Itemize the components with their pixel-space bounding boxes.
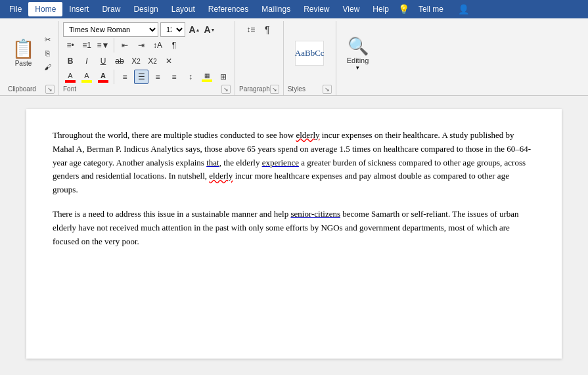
highlight-bar [81,80,92,83]
menu-references[interactable]: References [202,2,255,16]
editing-dropdown-icon: ▾ [356,64,359,71]
font-row-color: A A A ≡ ☰ ≡ ≡ ↕ [63,70,231,84]
ribbon-container: File Home Insert Draw Design Layout Refe… [0,0,588,96]
align-center-button[interactable]: ☰ [134,70,148,84]
word-elderly-1: elderly [296,130,319,140]
font-color-icon: A [101,72,106,79]
show-hide-button[interactable]: ¶ [167,38,181,53]
divider [114,38,114,53]
editing-btn-label: Editing [347,56,369,64]
underline-button[interactable]: U [96,54,110,68]
menu-bar: File Home Insert Draw Design Layout Refe… [0,0,588,18]
italic-button[interactable]: I [79,54,94,68]
lightbulb-icon: 💡 [398,4,409,14]
menu-design[interactable]: Design [127,2,164,16]
text-effects-icon: A [68,72,72,79]
align-right-button[interactable]: ≡ [150,70,165,84]
align-left-button[interactable]: ≡ [118,70,132,84]
cut-button[interactable]: ✂ [40,33,55,46]
word-senior-citizens: senior-citizens [290,209,340,219]
para-content: ↕≡ ¶ [244,22,275,84]
paragraph-2: There is a need to address this issue in… [53,208,535,248]
copy-button[interactable]: ⎘ [40,47,55,60]
paste-label: Paste [15,60,32,67]
styles-icon: AaBbCc [295,41,324,66]
paragraph-group: ↕≡ ¶ Paragraph ↘ [235,21,284,95]
menu-tellme[interactable]: Tell me [412,2,450,16]
sort-button[interactable]: ↕A [150,38,165,53]
font-group: Times New Roman 12 A▲ A▼ ≡• ≡1 ≡▼ [59,21,235,95]
word-experience: experience [262,158,299,167]
editing-button[interactable]: 🔍 Editing ▾ [340,32,376,75]
subscript-button[interactable]: X2 [129,54,143,68]
font-row-format: B I U ab X2 X2 ✕ [63,54,176,68]
para-marks-button[interactable]: ¶ [260,22,275,37]
line-spacing-button[interactable]: ↕ [183,70,198,84]
clipboard-expander[interactable]: ↘ [45,85,55,94]
font-bottom: Font ↘ [63,84,231,94]
user-icon[interactable]: 👤 [458,4,469,14]
borders-button[interactable]: ⊞ [216,70,231,84]
para-label: Paragraph [239,84,270,94]
editing-bottom [340,84,376,94]
font-name-select[interactable]: Times New Roman [63,22,158,37]
clipboard-bottom: Clipboard ↘ [8,84,55,94]
paste-icon: 📋 [12,40,35,58]
styles-content: AaBbCc [290,22,329,84]
clear-format-button[interactable]: ✕ [162,54,176,68]
menu-view[interactable]: View [336,2,367,16]
font-color-button[interactable]: A [96,70,110,84]
menu-review[interactable]: Review [297,2,336,16]
styles-group: AaBbCc Styles ↘ [284,21,336,95]
font-row-1: Times New Roman 12 A▲ A▼ [63,22,217,37]
clipboard-content: 📋 Paste ✂ ⎘ 🖌 [8,22,55,84]
styles-expander[interactable]: ↘ [323,85,332,94]
format-painter-button[interactable]: 🖌 [40,60,55,74]
menu-mailings[interactable]: Mailings [255,2,297,16]
menu-draw[interactable]: Draw [95,2,127,16]
document-page: Throughout the world, there are multiple… [26,109,562,359]
highlight-button[interactable]: A [79,70,94,84]
font-content: Times New Roman 12 A▲ A▼ ≡• ≡1 ≡▼ [63,22,231,84]
superscript-button[interactable]: X2 [145,54,160,68]
highlight-icon: A [84,72,89,79]
font-size-select[interactable]: 12 [160,22,185,37]
menu-insert[interactable]: Insert [62,2,95,16]
font-size-controls: A▲ A▼ [187,22,217,37]
decrease-indent-button[interactable]: ⇤ [118,38,132,53]
shading-button[interactable]: ▦ [200,70,214,84]
styles-button[interactable]: AaBbCc [290,37,329,70]
editing-content: 🔍 Editing ▾ [340,22,376,84]
shading-bar [202,79,212,82]
styles-bottom: Styles ↘ [288,84,332,94]
menu-file[interactable]: File [3,2,28,16]
multilevel-button[interactable]: ≡▼ [96,38,110,53]
divider2 [114,70,114,84]
para-spacing-button[interactable]: ↕≡ [244,22,258,37]
editing-label [340,84,342,94]
document-area: Throughout the world, there are multiple… [0,96,588,369]
clipboard-label: Clipboard [8,84,36,94]
text-color-bar [65,80,76,83]
numbering-button[interactable]: ≡1 [79,38,94,53]
grow-font-button[interactable]: A▲ [187,22,202,37]
strikethrough-button[interactable]: ab [112,54,127,68]
clipboard-group: 📋 Paste ✂ ⎘ 🖌 Clipboard ↘ [4,21,59,95]
increase-indent-button[interactable]: ⇥ [134,38,148,53]
shrink-font-button[interactable]: A▼ [202,22,217,37]
ribbon-toolbar: 📋 Paste ✂ ⎘ 🖌 Clipboard ↘ Time [0,18,588,96]
menu-home[interactable]: Home [28,2,62,16]
font-expander[interactable]: ↘ [221,85,231,94]
justify-button[interactable]: ≡ [167,70,181,84]
para-expander[interactable]: ↘ [270,85,279,94]
clipboard-sub-buttons: ✂ ⎘ 🖌 [40,22,55,84]
text-effects-button[interactable]: A [63,70,78,84]
para-bottom: Paragraph ↘ [239,84,279,94]
bullets-button[interactable]: ≡• [63,38,78,53]
font-color-bar [98,80,108,83]
bold-button[interactable]: B [63,54,78,68]
menu-help[interactable]: Help [366,2,396,16]
paste-button[interactable]: 📋 Paste [8,22,39,84]
menu-layout[interactable]: Layout [165,2,202,16]
editing-group: 🔍 Editing ▾ [336,21,380,95]
